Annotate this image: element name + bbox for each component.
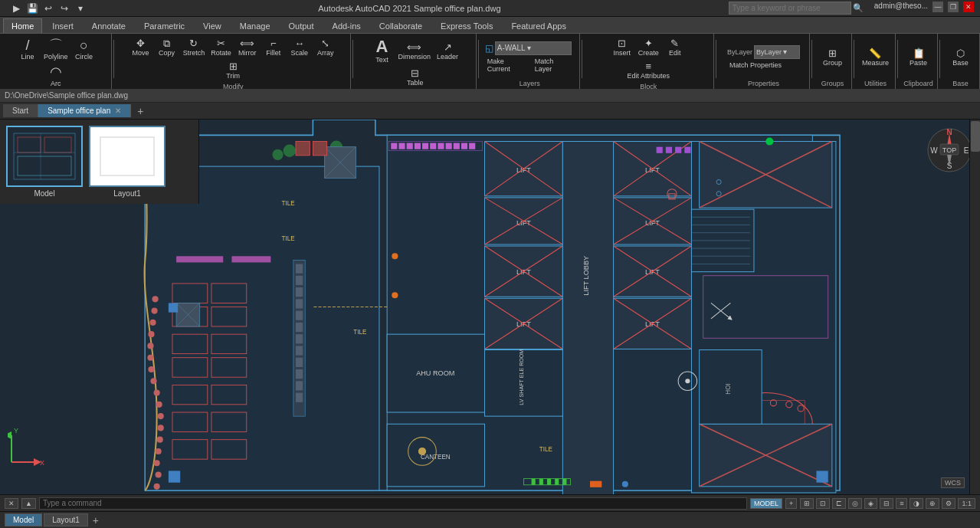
move-button[interactable]: ✥ Move: [129, 37, 153, 58]
table-icon: ⊟: [411, 68, 419, 78]
new-tab-button[interactable]: +: [131, 103, 149, 120]
transp-toggle[interactable]: ◑: [910, 498, 923, 509]
match-layer-button[interactable]: Match Layer: [533, 56, 575, 74]
bylayer-label: ByLayer: [727, 48, 752, 56]
undo-button[interactable]: ↩: [41, 2, 55, 15]
minimize-button[interactable]: —: [932, 2, 943, 12]
ribbon-tab-express-tools[interactable]: Express Tools: [432, 18, 501, 33]
insert-button[interactable]: ⊡ Insert: [610, 37, 634, 58]
array-button[interactable]: ⊞ Trim: [221, 60, 245, 81]
layout1-status-btn[interactable]: +: [785, 498, 797, 509]
copy-button[interactable]: ⧉ Copy: [155, 37, 179, 58]
model-thumbnail[interactable]: Model: [6, 126, 83, 198]
ribbon-tab-collaborate[interactable]: Collaborate: [371, 18, 431, 33]
stretch-button[interactable]: ↔ Scale: [287, 37, 312, 58]
command-expand-btn[interactable]: ▲: [21, 498, 36, 509]
model-status-btn[interactable]: MODEL: [750, 498, 782, 509]
edit-button[interactable]: ✎ Edit: [663, 37, 687, 58]
draw-tools: / Line ⌒ Polyline ○ Circle ◠ Arc: [5, 37, 107, 89]
model-thumb-box[interactable]: [6, 126, 83, 187]
ribbon-tab-output[interactable]: Output: [280, 18, 323, 33]
arc-button[interactable]: ◠ Arc: [44, 64, 68, 89]
ribbon-tab-manage[interactable]: Manage: [231, 18, 279, 33]
svg-rect-171: [169, 471, 180, 482]
line-button[interactable]: / Line: [15, 37, 40, 62]
svg-point-23: [147, 343, 153, 349]
restore-button[interactable]: ❐: [948, 2, 959, 12]
fillet-button[interactable]: ⌐ Fillet: [261, 37, 286, 58]
document-tab-close[interactable]: ✕: [115, 107, 121, 115]
svg-point-30: [272, 149, 283, 160]
polyline-button[interactable]: ⌒ Polyline: [41, 37, 70, 62]
ribbon-tab-featured-apps[interactable]: Featured Apps: [503, 18, 575, 33]
dimension-button[interactable]: ⟺ Dimension: [396, 41, 434, 62]
command-input[interactable]: [39, 497, 747, 510]
ribbon-tab-annotate[interactable]: Annotate: [84, 18, 134, 33]
ribbon-tab-home[interactable]: Home: [3, 18, 42, 33]
svg-rect-159: [407, 143, 413, 149]
isnap-toggle[interactable]: ◈: [864, 498, 877, 509]
create-button[interactable]: ✦ Create: [636, 37, 661, 58]
svg-point-169: [392, 292, 398, 298]
model-layout-tab[interactable]: Model: [5, 513, 42, 526]
circle-button[interactable]: ○ Circle: [71, 37, 96, 62]
paste-button[interactable]: 📋 Paste: [906, 47, 931, 68]
start-tab[interactable]: Start: [3, 104, 38, 117]
lweight-toggle[interactable]: ≡: [896, 498, 907, 509]
qat-dropdown[interactable]: ▾: [74, 2, 87, 15]
layout1-thumbnail[interactable]: Layout1: [89, 126, 166, 198]
svg-rect-157: [391, 143, 397, 149]
text-button[interactable]: A Text: [370, 37, 395, 65]
svg-rect-158: [398, 143, 405, 149]
create-icon: ✦: [644, 38, 653, 48]
annotation-group-label: Annotation: [398, 88, 431, 89]
save-button[interactable]: 💾: [25, 2, 39, 15]
rotate-button[interactable]: ↻ Stretch: [181, 37, 208, 58]
svg-text:TOP: TOP: [942, 146, 956, 154]
search-box[interactable]: 🔍: [729, 2, 864, 15]
wcs-badge: WCS: [941, 477, 965, 488]
properties-group-label: Properties: [748, 78, 779, 87]
layout1-tab[interactable]: Layout1: [44, 513, 88, 526]
svg-rect-173: [590, 481, 601, 487]
qprop-toggle[interactable]: ⊕: [926, 498, 939, 509]
edit-attr-button[interactable]: ≡ Edit Attributes: [625, 60, 673, 81]
settings-icon[interactable]: ⚙: [942, 498, 955, 509]
svg-point-26: [151, 308, 157, 314]
ribbon-tab-view[interactable]: View: [195, 18, 230, 33]
grid-toggle[interactable]: ⊞: [800, 498, 814, 509]
leader-button[interactable]: ↗ Leader: [434, 41, 461, 62]
add-layout-button[interactable]: +: [90, 514, 102, 526]
measure-button[interactable]: 📏 Measure: [860, 47, 891, 68]
svg-rect-10: [145, 166, 379, 490]
match-properties-button[interactable]: Match Properties: [727, 60, 784, 71]
arc-icon: ◠: [50, 65, 62, 79]
color-dropdown[interactable]: ByLayer ▾: [754, 45, 800, 59]
polar-toggle[interactable]: ◎: [848, 498, 862, 509]
document-tab[interactable]: Sample office plan ✕: [38, 104, 131, 117]
ribbon-tab-insert[interactable]: Insert: [44, 18, 82, 33]
trim-button[interactable]: ✂ Rotate: [208, 37, 234, 58]
svg-text:TILE: TILE: [353, 329, 367, 336]
scale-button[interactable]: ⤡ Array: [313, 37, 338, 58]
table-button[interactable]: ⊟ Table: [403, 67, 428, 88]
snap-toggle[interactable]: ⊡: [816, 498, 830, 509]
make-current-button[interactable]: Make Current: [485, 56, 531, 74]
ortho-toggle[interactable]: ⊏: [832, 498, 846, 509]
app-menu-button[interactable]: ▶: [9, 2, 23, 15]
base-button[interactable]: ⬡ Base: [948, 47, 972, 68]
redo-button[interactable]: ↪: [57, 2, 71, 15]
dynin-toggle[interactable]: ⊟: [880, 498, 893, 509]
ribbon-tab-add-ins[interactable]: Add-ins: [324, 18, 369, 33]
layer-dropdown[interactable]: A-WALL ▾: [495, 41, 572, 55]
group-button[interactable]: ⊞ Group: [820, 47, 844, 68]
layout1-thumb-box[interactable]: [89, 126, 166, 187]
command-close-btn[interactable]: ✕: [5, 498, 18, 509]
search-icon[interactable]: 🔍: [853, 3, 864, 13]
ribbon-tab-parametric[interactable]: Parametric: [136, 18, 193, 33]
svg-text:AHU ROOM: AHU ROOM: [416, 369, 454, 377]
titlebar-search-input[interactable]: [729, 2, 851, 15]
mirror-button[interactable]: ⟺ Mirror: [235, 37, 260, 58]
vertical-scrollbar[interactable]: [969, 120, 980, 494]
close-button[interactable]: ✕: [963, 2, 974, 12]
